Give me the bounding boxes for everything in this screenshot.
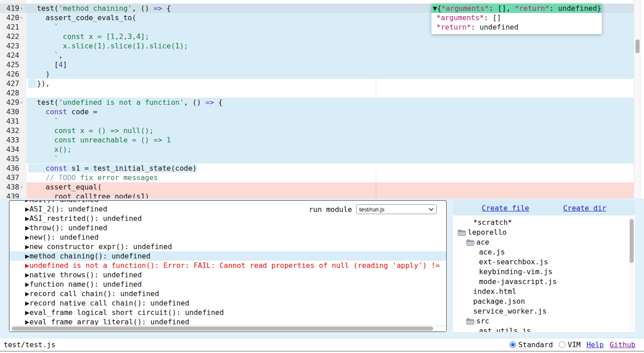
code-line[interactable]: 425 [4] — [0, 60, 634, 69]
code-line[interactable]: 427 }), — [0, 79, 634, 88]
fold-arrow-icon — [20, 154, 26, 164]
file-tree-item[interactable]: ext-searchbox.js — [453, 257, 635, 267]
fold-arrow-icon[interactable]: ▾ — [20, 4, 26, 13]
fold-arrow-icon — [20, 173, 26, 182]
line-number: 436 — [0, 164, 20, 173]
fold-arrow-icon[interactable]: ▾ — [20, 182, 26, 192]
gutter-cell: 435 — [0, 154, 26, 164]
file-tree-item[interactable]: mode-javascript.js — [453, 277, 635, 287]
selection-highlight: const s1 = test_initial_state(code) — [28, 164, 197, 172]
file-tree-item[interactable]: ace.js — [453, 247, 635, 257]
console-horizontal-scrollbar[interactable] — [9, 325, 446, 331]
console-entry[interactable]: ▶native throws(): undefined — [9, 270, 446, 280]
code-token — [28, 164, 46, 172]
code-line[interactable]: 424 `, — [0, 51, 634, 60]
github-link[interactable]: Github — [609, 340, 635, 349]
fold-arrow-icon[interactable]: ▾ — [20, 98, 26, 107]
file-tree-item[interactable]: package.json — [453, 297, 635, 306]
line-number: 423 — [0, 41, 20, 51]
gutter-cell: 421 — [0, 22, 26, 32]
vim-mode-option[interactable]: VIM — [559, 340, 581, 349]
console-entry[interactable]: ▶eval_frame logical short circuit(): und… — [9, 308, 446, 317]
line-number: 438 — [0, 182, 20, 192]
code-token: const — [46, 108, 67, 116]
gutter-cell: 432 — [0, 126, 26, 135]
file-tree-item[interactable]: leporello — [453, 228, 635, 237]
code-token: : [], — [489, 4, 515, 13]
help-link[interactable]: Help — [587, 340, 604, 349]
code-line[interactable]: 430 const code = — [0, 107, 634, 116]
code-line[interactable]: 429▾ test('undefined is not a function',… — [0, 98, 634, 107]
console-scrollbar-thumb[interactable] — [12, 327, 433, 331]
tooltip-header[interactable]: ▼{*arguments*: [], *return*: undefined} — [431, 4, 602, 13]
code-line[interactable]: 438▾ assert_equal( — [0, 182, 634, 192]
editor-scrollbar-thumb[interactable] — [635, 39, 640, 53]
create-dir-link[interactable]: Create dir — [563, 204, 606, 212]
console-entry[interactable]: ▶function name(): undefined — [9, 280, 446, 289]
code-line[interactable]: 428 — [0, 88, 634, 98]
console-entry[interactable]: ▶new constructor expr(): undefined — [9, 242, 446, 251]
code-token: [ — [28, 60, 58, 69]
console-entry[interactable]: ▶record native call chain(): undefined — [9, 298, 446, 308]
standard-mode-option[interactable]: Standard — [509, 340, 553, 349]
console-entry[interactable]: ▶method chaining(): undefined — [9, 251, 446, 261]
code-token: => — [205, 98, 214, 107]
console-entry[interactable]: ▶ASI(): undefined — [9, 200, 446, 204]
code-token: 4 — [58, 60, 63, 69]
console-entry[interactable]: ▶undefined is not a function(): Error: F… — [9, 261, 446, 270]
current-file-path: test/test.js — [4, 340, 56, 349]
value-inspector-tooltip[interactable]: ▼{*arguments*: [], *return*: undefined} … — [431, 4, 602, 34]
code-token: : undefined — [471, 23, 518, 31]
file-tree-item[interactable]: *scratch* — [453, 218, 635, 228]
code-line[interactable]: 439 root_calltree_node(s1) — [0, 192, 634, 198]
code-token: assert_equal( — [28, 183, 102, 191]
console-entry[interactable]: ▶new(): undefined — [9, 232, 446, 242]
code-token: s1 = test_initial_state(code) — [67, 164, 197, 172]
file-tree-item[interactable]: ace — [453, 237, 635, 247]
console-entry[interactable]: ▶throw(): undefined — [9, 223, 446, 232]
gutter-cell: 426 — [0, 69, 26, 79]
code-line[interactable]: 432 const x = () => null(); — [0, 126, 634, 135]
console-entry[interactable]: ▶record call chain(): undefined — [9, 289, 446, 298]
code-line[interactable]: 426 ) — [0, 69, 634, 79]
files-scrollbar-thumb[interactable] — [630, 219, 634, 263]
file-tree-item[interactable]: service_worker.js — [453, 306, 635, 316]
code-token: ] — [63, 60, 67, 69]
code-line[interactable]: 434 x(); — [0, 145, 634, 154]
tooltip-row: *arguments*: [] — [431, 13, 602, 22]
create-file-link[interactable]: Create file — [482, 204, 529, 212]
code-text: ` — [26, 154, 634, 164]
code-line[interactable]: 435 ` — [0, 154, 634, 164]
fold-arrow-icon — [20, 116, 26, 126]
editor-vertical-scrollbar[interactable] — [634, 0, 640, 198]
code-line[interactable]: 423 x.slice(1).slice(1).slice(1); — [0, 41, 634, 51]
file-tree-item[interactable]: keybinding-vim.js — [453, 267, 635, 277]
file-tree-item[interactable]: ast_utils.js — [453, 326, 635, 332]
file-tree-item[interactable]: src — [453, 316, 635, 326]
gutter-cell: 437 — [0, 173, 26, 182]
code-text: }), — [26, 79, 634, 88]
code-text: assert_equal( — [26, 182, 634, 192]
code-text: const unreachable = () => 1 — [26, 135, 634, 145]
code-line[interactable]: 437 // TODO fix error messages — [0, 173, 634, 182]
file-tree-item[interactable]: index.html — [453, 287, 635, 297]
code-line[interactable]: 436 const s1 = test_initial_state(code) — [0, 164, 634, 173]
leporello-ide: 419▾ test('method chaining', () => {420▾… — [0, 0, 644, 353]
fold-arrow-icon[interactable]: ▾ — [20, 13, 26, 22]
code-token: *return* — [436, 23, 471, 31]
code-token: , () — [184, 98, 205, 107]
gutter-cell: 422 — [0, 32, 26, 41]
standard-radio-icon[interactable] — [509, 341, 516, 348]
code-line[interactable]: 431 ` — [0, 116, 634, 126]
run-module-select[interactable]: test/run.js — [356, 204, 437, 214]
code-token: fix error messages — [80, 173, 158, 182]
code-token: }), — [37, 79, 50, 88]
files-vertical-scrollbar[interactable] — [629, 216, 635, 331]
console-entry[interactable]: ▶ASI_restrited(): undefined — [9, 214, 446, 223]
fold-arrow-icon — [20, 135, 26, 145]
fold-arrow-icon — [20, 79, 26, 88]
vim-radio-icon[interactable] — [559, 341, 566, 348]
code-editor[interactable]: 419▾ test('method chaining', () => {420▾… — [0, 0, 644, 198]
code-text: `, — [26, 51, 634, 60]
code-line[interactable]: 433 const unreachable = () => 1 — [0, 135, 634, 145]
